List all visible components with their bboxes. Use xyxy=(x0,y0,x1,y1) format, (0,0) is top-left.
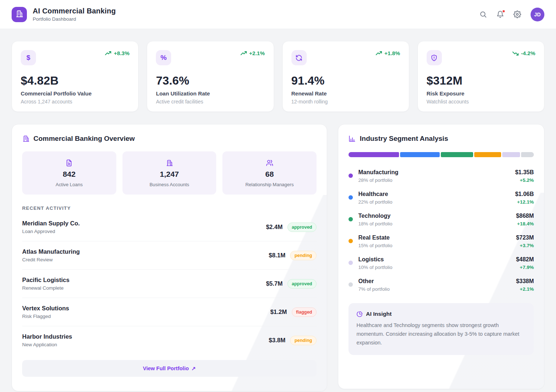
view-full-portfolio-button[interactable]: View Full Portfolio ↗ xyxy=(22,360,317,377)
page-title: AI Commercial Banking xyxy=(33,7,116,15)
segment-change: +18.4% xyxy=(516,221,534,226)
segment-stacked-bar xyxy=(348,152,534,157)
stat-sublabel: Watchlist accounts xyxy=(427,99,535,105)
legend-dot xyxy=(348,195,353,200)
activity-row-harbor[interactable]: Harbor Industries New Application $3.8M … xyxy=(22,326,317,354)
stat-value: 91.4% xyxy=(291,74,400,87)
ai-insight-box: AI Insight Healthcare and Technology seg… xyxy=(348,303,534,355)
activity-row-pacific[interactable]: Pacific Logistics Renewal Complete $5.7M… xyxy=(22,270,317,298)
segment-name: Real Estate xyxy=(358,234,516,241)
panel-title: Industry Segment Analysis xyxy=(360,135,448,143)
stats-row: $ +8.3% $4.82B Commercial Portfolio Valu… xyxy=(12,41,544,112)
stat-card-portfolio-value: $ +8.3% $4.82B Commercial Portfolio Valu… xyxy=(12,41,138,112)
stat-card-loan-utilization: % +2.1% 73.6% Loan Utilization Rate Acti… xyxy=(147,41,274,112)
industry-segment-panel: Industry Segment Analysis Manufacturing … xyxy=(338,124,544,389)
legend-dot xyxy=(348,217,353,221)
segment-change: +5.2% xyxy=(515,177,534,183)
legend-dot xyxy=(348,173,353,178)
avatar[interactable]: JD xyxy=(531,8,544,21)
ai-insight-title: AI Insight xyxy=(366,311,392,317)
segment-row-manufacturing: Manufacturing 28% of portfolio $1.35B +5… xyxy=(348,165,534,187)
segment-share: 15% of portfolio xyxy=(358,243,516,248)
ministat-value: 1,247 xyxy=(160,170,179,179)
segment-value: $1.06B xyxy=(515,191,534,197)
app-logo xyxy=(12,7,27,22)
header-titles: AI Commercial Banking Portfolio Dashboar… xyxy=(33,7,116,22)
stat-label: Renewal Rate xyxy=(291,90,400,97)
segment-row-real-estate: Real Estate 15% of portfolio $723M +3.7% xyxy=(348,230,534,252)
activity-company: Meridian Supply Co. xyxy=(22,220,80,227)
segment-share: 22% of portfolio xyxy=(358,199,515,205)
segment-name: Logistics xyxy=(358,256,516,263)
segment-change: +12.1% xyxy=(515,199,534,205)
pie-chart-icon xyxy=(356,311,363,317)
bar-segment-healthcare xyxy=(400,152,440,157)
stat-sublabel: 12-month rolling xyxy=(291,99,400,105)
status-badge: approved xyxy=(287,279,317,289)
segment-change: +3.7% xyxy=(516,243,534,248)
stat-sublabel: Across 1,247 accounts xyxy=(21,99,129,105)
legend-dot xyxy=(348,239,353,243)
activity-list: Meridian Supply Co. Loan Approved $2.4M … xyxy=(22,213,317,354)
stat-sublabel: Active credit facilities xyxy=(156,99,265,105)
segment-share: 10% of portfolio xyxy=(358,265,516,270)
panel-title: Commercial Banking Overview xyxy=(33,135,135,143)
activity-row-atlas[interactable]: Atlas Manufacturing Credit Review $8.1M … xyxy=(22,241,317,270)
activity-detail: Credit Review xyxy=(22,257,80,262)
segment-value: $338M xyxy=(516,278,534,285)
ministat-label: Relationship Managers xyxy=(245,182,294,187)
segment-value: $723M xyxy=(516,234,534,241)
segment-name: Technology xyxy=(358,213,516,219)
segment-row-other: Other 7% of portfolio $338M +2.1% xyxy=(348,274,534,296)
status-badge: pending xyxy=(290,251,317,260)
activity-detail: Renewal Complete xyxy=(22,285,69,291)
activity-company: Atlas Manufacturing xyxy=(22,248,80,255)
segment-name: Healthcare xyxy=(358,191,515,197)
activity-detail: Risk Flagged xyxy=(22,314,69,319)
file-text-icon xyxy=(65,159,73,167)
stat-card-renewal-rate: +1.8% 91.4% Renewal Rate 12-month rollin… xyxy=(282,41,409,112)
segment-share: 28% of portfolio xyxy=(358,177,515,183)
activity-row-vertex[interactable]: Vertex Solutions Risk Flagged $1.2M flag… xyxy=(22,298,317,326)
header-actions: JD xyxy=(479,8,544,21)
activity-detail: Loan Approved xyxy=(22,229,80,234)
building-icon xyxy=(22,135,29,142)
app-header: AI Commercial Banking Portfolio Dashboar… xyxy=(0,0,556,29)
segment-change: +7.9% xyxy=(516,265,534,270)
arrow-up-right-icon: ↗ xyxy=(192,366,196,371)
ministat-business-accounts: 1,247 Business Accounts xyxy=(122,151,217,195)
dashboard-content: $ +8.3% $4.82B Commercial Portfolio Valu… xyxy=(0,29,556,391)
activity-amount: $8.1M xyxy=(269,252,286,259)
shield-alert-icon xyxy=(427,50,442,65)
activity-company: Pacific Logistics xyxy=(22,277,69,283)
segment-row-technology: Technology 18% of portfolio $868M +18.4% xyxy=(348,209,534,230)
gear-icon[interactable] xyxy=(513,11,521,18)
ministat-label: Active Loans xyxy=(56,182,82,187)
stat-value: 73.6% xyxy=(156,74,265,87)
header-brand: AI Commercial Banking Portfolio Dashboar… xyxy=(12,7,116,22)
stat-change: +8.3% xyxy=(105,50,129,56)
view-full-portfolio-label: View Full Portfolio xyxy=(143,366,189,371)
search-icon[interactable] xyxy=(479,11,487,18)
stat-change: +1.8% xyxy=(376,50,400,56)
stat-value: $312M xyxy=(427,74,535,87)
stat-label: Commercial Portfolio Value xyxy=(21,90,129,97)
segment-row-healthcare: Healthcare 22% of portfolio $1.06B +12.1… xyxy=(348,187,534,209)
page-subtitle: Portfolio Dashboard xyxy=(33,16,116,22)
ministat-value: 842 xyxy=(63,170,76,179)
percent-icon: % xyxy=(156,50,171,65)
status-badge: approved xyxy=(287,222,317,232)
activity-amount: $1.2M xyxy=(270,309,287,315)
activity-row-meridian[interactable]: Meridian Supply Co. Loan Approved $2.4M … xyxy=(22,213,317,241)
segment-name: Other xyxy=(358,278,516,285)
ai-insight-body: Healthcare and Technology segments show … xyxy=(356,321,526,347)
bar-segment-technology xyxy=(441,152,473,157)
dollar-icon: $ xyxy=(21,50,36,65)
ministat-active-loans: 842 Active Loans xyxy=(22,151,116,195)
segment-row-logistics: Logistics 10% of portfolio $482M +7.9% xyxy=(348,252,534,274)
stat-card-risk-exposure: -4.2% $312M Risk Exposure Watchlist acco… xyxy=(418,41,544,112)
bell-icon[interactable] xyxy=(496,11,504,18)
bar-segment-logistics xyxy=(502,152,520,157)
segment-value: $868M xyxy=(516,213,534,219)
ministat-label: Business Accounts xyxy=(149,182,189,187)
